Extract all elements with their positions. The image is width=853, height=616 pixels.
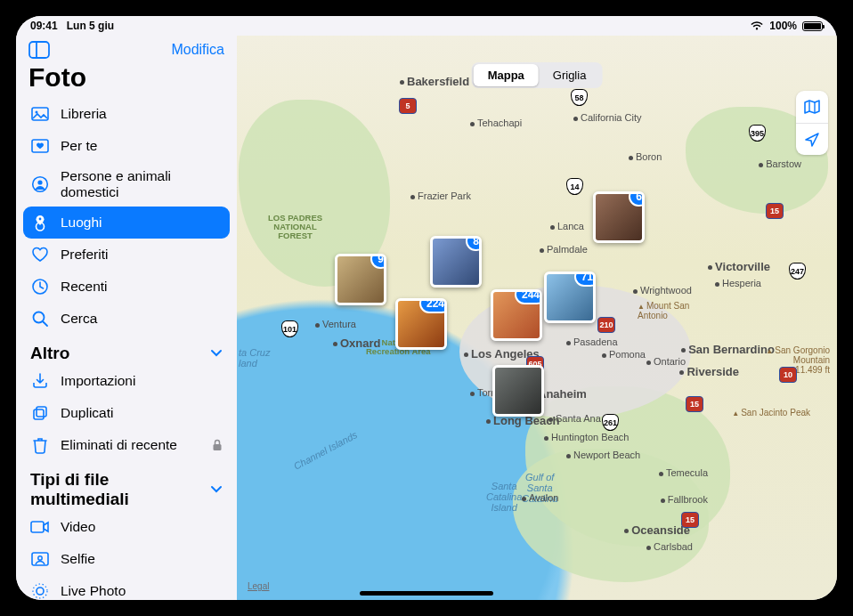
ipad-frame: 09:41 Lun 5 giu 100% ••• Modifica — [0, 0, 853, 616]
map-label: Ventura — [315, 319, 356, 329]
map-label: Fallbrook — [661, 494, 708, 505]
sidebar-item-people[interactable]: Persone e animali domestici — [23, 162, 230, 207]
map-label: California City — [573, 112, 641, 123]
sidebar-item-label: Preferiti — [61, 247, 108, 263]
map-style-button[interactable] — [796, 91, 828, 123]
sidebar-item-label: Cerca — [61, 311, 97, 327]
section-label: Tipi di file multimediali — [30, 470, 210, 509]
svg-rect-12 — [34, 409, 44, 419]
sidebar-nav: Libreria Per te Persone e animali domest… — [16, 98, 237, 600]
battery-icon — [802, 21, 823, 31]
svg-rect-2 — [32, 108, 48, 120]
locate-me-button[interactable] — [796, 123, 828, 155]
selfie-icon — [30, 549, 50, 569]
sidebar-item-duplicates[interactable]: Duplicati — [23, 397, 230, 429]
svg-point-18 — [37, 588, 44, 595]
photo-cluster[interactable]: 71 — [544, 272, 596, 323]
map-label: San Gorgonio Mountain 11.499 ft — [766, 345, 830, 375]
map-label: Victorville — [708, 260, 770, 273]
sidebar-item-favorites[interactable]: Preferiti — [23, 239, 230, 271]
map-controls — [796, 91, 828, 155]
map-area[interactable]: Mappa Griglia Bakersfield Tehachapi Cali… — [237, 36, 837, 600]
map-label: Hesperia — [715, 278, 761, 288]
status-date: Lun 5 giu — [67, 20, 114, 32]
photo-cluster[interactable]: 9 — [335, 254, 386, 305]
duplicate-icon — [30, 403, 50, 423]
livephoto-icon — [30, 581, 50, 600]
map-label: Pomona — [602, 349, 646, 360]
sidebar-item-places[interactable]: Luoghi — [23, 207, 230, 239]
svg-line-11 — [44, 322, 48, 327]
section-label: Altro — [30, 344, 69, 363]
status-right: 100% — [750, 20, 823, 32]
status-time: 09:41 — [30, 20, 58, 32]
sidebar-item-label: Eliminati di recente — [61, 437, 177, 453]
photo-cluster[interactable]: 224 — [395, 298, 447, 350]
sidebar-item-deleted[interactable]: Eliminati di recente — [23, 429, 230, 461]
sidebar-item-label: Per te — [61, 138, 97, 154]
status-left: 09:41 Lun 5 giu — [30, 20, 114, 32]
cluster-count-badge: 224 — [419, 298, 447, 313]
photo-cluster[interactable]: 244 — [491, 289, 542, 341]
screen: 09:41 Lun 5 giu 100% ••• Modifica — [16, 16, 837, 600]
map-label: Riverside — [679, 365, 739, 378]
cluster-count-badge: 8 — [466, 236, 482, 251]
cluster-count-badge: 6 — [629, 191, 645, 207]
photo-cluster[interactable]: 0 — [492, 365, 544, 417]
edit-button[interactable]: Modifica — [171, 42, 224, 58]
map-label: Mount San Antonio — [638, 301, 689, 320]
sidebar-item-recents[interactable]: Recenti — [23, 271, 230, 303]
sidebar-item-label: Persone e animali domestici — [61, 168, 223, 200]
section-header-other[interactable]: Altro — [23, 335, 230, 365]
sidebar-item-livephoto[interactable]: Live Photo — [23, 575, 230, 600]
sidebar-item-video[interactable]: Video — [23, 511, 230, 543]
photo-cluster[interactable]: 8 — [430, 236, 482, 288]
map-label: Palmdale — [540, 244, 588, 255]
sidebar-item-selfie[interactable]: Selfie — [23, 543, 230, 575]
sidebar-item-label: Duplicati — [61, 405, 113, 421]
sidebar-toggle-icon[interactable] — [28, 41, 50, 59]
sidebar: Modifica Foto Libreria Per te Persone e … — [16, 36, 237, 600]
svg-point-19 — [33, 584, 47, 598]
places-icon — [30, 213, 50, 232]
sidebar-item-imports[interactable]: Importazioni — [23, 365, 230, 397]
svg-point-17 — [38, 556, 42, 560]
trash-icon — [30, 435, 50, 455]
svg-point-6 — [37, 180, 42, 184]
map-label: Avalon — [522, 492, 558, 503]
sidebar-item-label: Recenti — [61, 279, 108, 295]
cluster-count-badge: 244 — [515, 289, 542, 304]
home-indicator[interactable] — [360, 591, 493, 596]
sidebar-item-search[interactable]: Cerca — [23, 303, 230, 335]
map-label: Newport Beach — [566, 450, 640, 460]
svg-rect-0 — [29, 42, 49, 58]
sidebar-item-foryou[interactable]: Per te — [23, 130, 230, 162]
map-legal[interactable]: Legal — [248, 581, 269, 591]
map-label: Barstow — [759, 158, 801, 169]
map-label: Huntington Beach — [544, 432, 629, 442]
shield-i5: 5 — [399, 98, 417, 114]
library-icon — [30, 104, 50, 124]
map-label: San Jacinto Peak — [732, 408, 810, 417]
foryou-icon — [30, 136, 50, 156]
view-toggle-map[interactable]: Mappa — [474, 64, 539, 86]
sidebar-item-label: Video — [61, 519, 95, 535]
svg-point-10 — [34, 312, 45, 323]
view-toggle[interactable]: Mappa Griglia — [472, 62, 603, 88]
svg-rect-15 — [31, 522, 44, 532]
map-label: ta Cruz land — [239, 347, 288, 369]
shield-i15: 15 — [686, 396, 703, 412]
cluster-count-badge: 71 — [574, 272, 596, 287]
cluster-count-badge: 9 — [370, 254, 386, 269]
shield-i15: 15 — [766, 203, 784, 219]
photo-cluster[interactable]: 6 — [593, 191, 645, 243]
lock-icon — [212, 439, 223, 451]
sidebar-item-library[interactable]: Libreria — [23, 98, 230, 130]
map-label: Lanca — [550, 221, 584, 231]
shield-i210: 210 — [597, 317, 615, 333]
map-label: San Bernardino — [681, 343, 775, 356]
sidebar-item-label: Selfie — [61, 551, 95, 567]
app-title: Foto — [16, 59, 237, 98]
section-header-media[interactable]: Tipi di file multimediali — [23, 461, 230, 511]
view-toggle-grid[interactable]: Griglia — [539, 64, 601, 86]
